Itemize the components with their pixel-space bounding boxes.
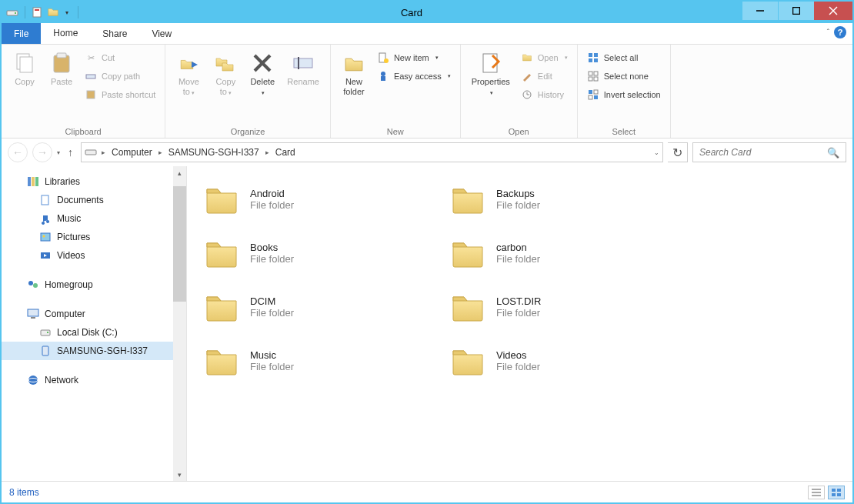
copy-button[interactable]: Copy xyxy=(8,48,42,90)
details-view-button[interactable] xyxy=(808,486,825,499)
breadcrumb-item[interactable]: Computer xyxy=(108,147,155,158)
tree-libraries[interactable]: Libraries xyxy=(2,172,186,191)
chevron-right-icon[interactable]: ▸ xyxy=(100,149,107,156)
history-dropdown[interactable]: ▾ xyxy=(57,149,60,156)
folder-item[interactable]: VideosFile folder xyxy=(449,337,679,385)
paste-shortcut-button[interactable]: Paste shortcut xyxy=(82,86,158,103)
new-item-icon xyxy=(377,52,389,64)
sidebar-scrollbar[interactable]: ▴ ▾ xyxy=(173,166,186,481)
paste-button[interactable]: Paste xyxy=(45,48,78,90)
new-folder-button[interactable]: New folder xyxy=(337,48,371,100)
invert-selection-button[interactable]: Invert selection xyxy=(584,86,664,103)
tree-homegroup[interactable]: Homegroup xyxy=(2,275,186,294)
qat-dropdown[interactable]: ▾ xyxy=(62,9,72,16)
svg-rect-25 xyxy=(594,53,598,57)
maximize-button[interactable] xyxy=(779,2,814,20)
move-to-button[interactable]: Move to▾ xyxy=(172,48,205,100)
folder-type: File folder xyxy=(496,199,540,211)
scroll-down-icon[interactable]: ▾ xyxy=(173,468,186,481)
folder-item[interactable]: BooksFile folder xyxy=(202,229,433,277)
statusbar: 8 items xyxy=(2,481,852,502)
folder-icon xyxy=(449,288,487,326)
tab-view[interactable]: View xyxy=(139,23,184,44)
easy-access-button[interactable]: Easy access▾ xyxy=(374,68,454,85)
svg-rect-40 xyxy=(42,195,48,205)
item-count: 8 items xyxy=(9,487,39,498)
tab-home[interactable]: Home xyxy=(41,23,90,44)
search-box[interactable]: 🔍 xyxy=(692,142,846,162)
move-to-icon xyxy=(176,51,201,75)
address-dropdown[interactable]: ⌄ xyxy=(654,149,659,156)
network-icon xyxy=(26,373,40,387)
delete-button[interactable]: Delete▾ xyxy=(245,48,279,100)
tree-network[interactable]: Network xyxy=(2,371,186,389)
history-button[interactable]: History xyxy=(518,86,571,103)
pictures-icon xyxy=(38,230,52,244)
scroll-thumb[interactable] xyxy=(173,186,186,302)
new-folder-icon xyxy=(342,51,366,75)
folder-item[interactable]: BackupsFile folder xyxy=(449,175,679,223)
rename-button[interactable]: Rename xyxy=(282,48,324,90)
tree-documents[interactable]: Documents xyxy=(2,191,186,209)
documents-icon xyxy=(38,193,52,207)
tree-videos[interactable]: Videos xyxy=(2,246,186,265)
select-none-icon xyxy=(587,70,599,82)
up-button[interactable]: ↑ xyxy=(65,146,76,159)
content-area: AndroidFile folderBackupsFile folderBook… xyxy=(187,166,852,481)
minimize-button[interactable] xyxy=(742,2,778,20)
tree-local-disk[interactable]: Local Disk (C:) xyxy=(2,323,186,342)
folder-qat-icon[interactable] xyxy=(47,6,59,18)
folder-item[interactable]: MusicFile folder xyxy=(202,337,433,385)
svg-rect-26 xyxy=(589,58,592,62)
device-icon xyxy=(38,344,52,358)
properties-button[interactable]: Properties▾ xyxy=(467,48,515,100)
edit-button[interactable]: Edit xyxy=(518,68,571,85)
close-button[interactable] xyxy=(814,2,852,20)
invert-selection-icon xyxy=(587,88,599,101)
icons-view-button[interactable] xyxy=(828,486,845,499)
folder-item[interactable]: DCIMFile folder xyxy=(202,283,433,331)
folder-item[interactable]: carbonFile folder xyxy=(449,229,679,277)
svg-rect-47 xyxy=(28,309,38,316)
properties-qat-icon[interactable] xyxy=(32,6,44,18)
new-item-button[interactable]: New item▾ xyxy=(374,49,454,66)
refresh-button[interactable]: ↻ xyxy=(668,142,688,162)
select-all-button[interactable]: Select all xyxy=(584,49,664,66)
chevron-right-icon[interactable]: ▸ xyxy=(157,149,164,156)
copy-path-button[interactable]: Copy path xyxy=(82,68,158,85)
scroll-up-icon[interactable]: ▴ xyxy=(173,166,186,179)
svg-rect-31 xyxy=(594,77,598,81)
chevron-right-icon[interactable]: ▸ xyxy=(264,149,271,156)
search-icon[interactable]: 🔍 xyxy=(827,147,839,159)
cut-button[interactable]: ✂Cut xyxy=(82,49,158,66)
folder-item[interactable]: LOST.DIRFile folder xyxy=(449,283,679,331)
svg-rect-21 xyxy=(381,76,385,81)
tree-computer[interactable]: Computer xyxy=(2,305,186,323)
svg-point-45 xyxy=(28,281,33,285)
tab-file[interactable]: File xyxy=(2,23,41,44)
open-button[interactable]: Open▾ xyxy=(518,49,571,66)
navbar: ← → ▾ ↑ ▸ Computer ▸ SAMSUNG-SGH-I337 ▸ … xyxy=(2,139,852,166)
select-none-button[interactable]: Select none xyxy=(584,68,664,85)
tree-music[interactable]: Music xyxy=(2,209,186,228)
help-icon[interactable]: ? xyxy=(834,26,846,38)
tree-device[interactable]: SAMSUNG-SGH-I337 xyxy=(2,342,186,360)
breadcrumb-item[interactable]: SAMSUNG-SGH-I337 xyxy=(165,147,262,158)
folder-item[interactable]: AndroidFile folder xyxy=(202,175,433,223)
copy-to-button[interactable]: Copy to▾ xyxy=(208,48,242,100)
search-input[interactable] xyxy=(699,147,827,158)
tab-share[interactable]: Share xyxy=(90,23,139,44)
svg-point-46 xyxy=(33,283,38,288)
svg-rect-58 xyxy=(837,489,841,492)
paste-icon xyxy=(49,51,74,75)
address-bar[interactable]: ▸ Computer ▸ SAMSUNG-SGH-I337 ▸ Card ⌄ xyxy=(81,142,663,162)
folder-name: Backups xyxy=(496,188,540,199)
collapse-ribbon-icon[interactable]: ˆ xyxy=(827,28,829,37)
forward-button[interactable]: → xyxy=(32,142,52,162)
back-button[interactable]: ← xyxy=(8,142,28,162)
breadcrumb-item[interactable]: Card xyxy=(272,147,299,158)
drive-icon[interactable] xyxy=(6,6,18,18)
tree-pictures[interactable]: Pictures xyxy=(2,228,186,246)
svg-rect-29 xyxy=(594,72,598,75)
svg-point-19 xyxy=(384,58,389,63)
